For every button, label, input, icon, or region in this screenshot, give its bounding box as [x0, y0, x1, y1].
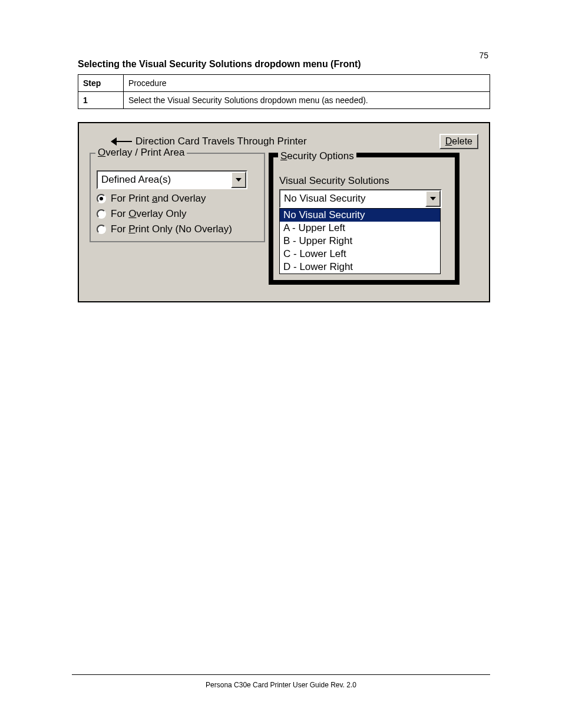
delete-button[interactable]: Delete — [439, 134, 478, 149]
overlay-combo-dropdown-button[interactable] — [231, 172, 246, 188]
security-option-item[interactable]: C - Lower Left — [280, 248, 440, 261]
chevron-down-icon — [236, 178, 242, 182]
footer-text: Persona C30e Card Printer User Guide Rev… — [72, 681, 490, 689]
table-cell-step: 1 — [78, 92, 124, 109]
security-options-group: Security Options Visual Security Solutio… — [269, 153, 459, 285]
overlay-radio-label: For Print Only (No Overlay) — [111, 223, 232, 235]
security-group-legend: Security Options — [278, 150, 356, 162]
radio-icon — [97, 209, 106, 219]
table-header-row: Step Procedure — [78, 75, 490, 92]
radio-icon — [97, 225, 106, 234]
overlay-group-legend: Overlay / Print Area — [95, 147, 187, 159]
security-combo-dropdown-button[interactable] — [425, 190, 441, 207]
page-number: 75 — [479, 51, 488, 60]
direction-label: Direction Card Travels Through Printer — [135, 136, 307, 147]
overlay-radio-label: For Print and Overlay — [111, 193, 206, 205]
overlay-combo[interactable]: Defined Area(s) — [97, 170, 247, 189]
footer-divider — [72, 674, 490, 675]
direction-label-row: Direction Card Travels Through Printer — [111, 136, 307, 147]
table-header-step: Step — [78, 75, 124, 92]
security-options-listbox[interactable]: No Visual SecurityA - Upper LeftB - Uppe… — [279, 208, 441, 274]
table-row: 1 Select the Visual Security Solutions d… — [78, 92, 490, 109]
security-sublabel: Visual Security Solutions — [279, 175, 449, 187]
chevron-down-icon — [430, 197, 436, 200]
overlay-combo-value: Defined Area(s) — [98, 172, 231, 188]
security-combo[interactable]: No Visual Security — [279, 189, 442, 208]
section-heading: Selecting the Visual Security Solutions … — [78, 59, 538, 70]
overlay-radio-0[interactable]: For Print and Overlay — [97, 193, 258, 205]
table-header-procedure: Procedure — [124, 75, 490, 92]
overlay-radio-2[interactable]: For Print Only (No Overlay) — [97, 223, 258, 235]
security-option-item[interactable]: D - Lower Right — [280, 261, 440, 274]
delete-button-underline: D — [445, 136, 452, 146]
security-option-item[interactable]: No Visual Security — [280, 209, 440, 222]
overlay-radio-label: For Overlay Only — [111, 208, 187, 220]
delete-button-rest: elete — [452, 136, 472, 146]
security-option-item[interactable]: A - Upper Left — [280, 222, 440, 235]
arrow-left-icon — [111, 136, 132, 147]
security-option-item[interactable]: B - Upper Right — [280, 235, 440, 248]
procedure-table: Step Procedure 1 Select the Visual Secur… — [78, 74, 490, 109]
overlay-print-area-group: Overlay / Print Area Defined Area(s) For… — [90, 153, 265, 242]
table-cell-procedure: Select the Visual Security Solutions dro… — [124, 92, 490, 109]
overlay-radio-1[interactable]: For Overlay Only — [97, 208, 258, 220]
security-combo-value: No Visual Security — [280, 190, 425, 207]
screenshot-panel: Direction Card Travels Through Printer D… — [78, 122, 490, 302]
radio-icon — [97, 194, 106, 203]
